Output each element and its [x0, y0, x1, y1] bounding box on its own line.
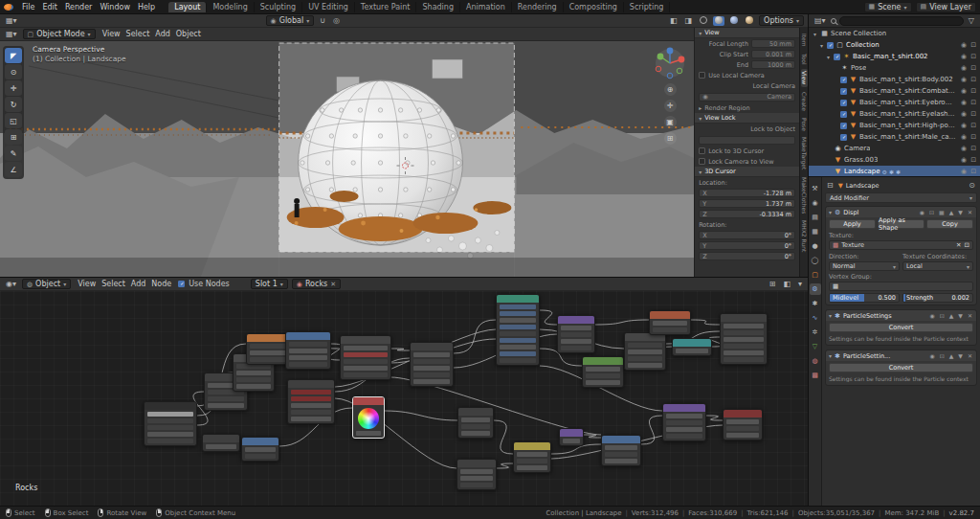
close-icon[interactable]: ✕: [967, 352, 973, 359]
workspace-tab-compositing[interactable]: Compositing: [564, 2, 624, 12]
material-properties-tab-icon[interactable]: ◍: [810, 355, 821, 367]
rotate-tool[interactable]: ↻: [5, 97, 22, 112]
clip-end-field[interactable]: 1000 m: [751, 60, 795, 69]
scene-properties-tab-icon[interactable]: ●: [810, 240, 821, 252]
shader-node-24[interactable]: [720, 313, 768, 365]
outliner-row-basic-man-t-shirt-eyelashed1-00[interactable]: ▼Basic_man_t_shirt:Eyelashed1.00...◉⊡: [809, 108, 980, 120]
hide-render-camera-icon[interactable]: ⊡: [969, 156, 977, 164]
workspace-tab-animation[interactable]: Animation: [460, 2, 512, 12]
lock-to-object-field[interactable]: [699, 136, 795, 145]
node-menu-view[interactable]: View: [75, 280, 99, 288]
display-viewport-icon[interactable]: ⊡: [928, 209, 935, 215]
exclude-checkbox[interactable]: [840, 123, 847, 129]
hide-render-camera-icon[interactable]: ⊡: [969, 53, 977, 60]
shader-node-23[interactable]: [662, 403, 706, 441]
view-layer-selector[interactable]: ▤View Layer: [916, 2, 976, 12]
move-up-icon[interactable]: ▲: [948, 209, 955, 215]
outliner-row-collection[interactable]: ▾▢Collection◉⊡: [809, 39, 980, 51]
viewport-menu-view[interactable]: View: [100, 30, 123, 38]
hide-render-camera-icon[interactable]: ⊡: [969, 122, 977, 129]
world-properties-tab-icon[interactable]: ◯: [810, 255, 821, 266]
shader-node-5[interactable]: [202, 434, 240, 452]
hide-render-camera-icon[interactable]: ⊡: [969, 145, 977, 152]
shader-type-dropdown[interactable]: ◍Object▾: [22, 279, 71, 289]
display-edit-icon[interactable]: ▦: [938, 209, 946, 215]
disclosure-icon[interactable]: ▾: [825, 54, 832, 60]
pan-hand-icon[interactable]: ✛: [664, 100, 677, 112]
hide-viewport-eye-icon[interactable]: ◉: [960, 168, 968, 175]
modifiers-properties-tab-icon[interactable]: ⚙: [810, 283, 821, 295]
workspace-tab-scripting[interactable]: Scripting: [624, 2, 671, 12]
outliner-row-grass-003[interactable]: ▼Grass.003◉⊡: [809, 154, 980, 166]
display-viewport-icon[interactable]: ⊡: [939, 312, 946, 319]
exclude-checkbox[interactable]: [834, 54, 840, 60]
color-wheel[interactable]: [358, 408, 379, 429]
cursor-rx-field[interactable]: X0°: [699, 231, 795, 239]
shader-node-8[interactable]: [287, 379, 335, 424]
move-up-icon[interactable]: ▲: [948, 312, 955, 319]
shader-node-9[interactable]: [340, 335, 391, 380]
clip-start-field[interactable]: 0.001 m: [751, 50, 795, 58]
menu-help[interactable]: Help: [134, 3, 159, 11]
select-box-tool[interactable]: ◤: [5, 48, 22, 63]
display-render-icon[interactable]: ◉: [919, 209, 925, 215]
material-selector[interactable]: ◉Rocks✕: [292, 279, 341, 289]
use-nodes-checkbox[interactable]: [178, 281, 185, 287]
editor-type-icon-2[interactable]: ▦▾: [4, 30, 19, 38]
exclude-checkbox[interactable]: [840, 77, 847, 83]
shading-solid-icon[interactable]: [713, 16, 724, 26]
tool-properties-tab-icon[interactable]: ⚒: [810, 183, 821, 194]
cursor-x-field[interactable]: X-1.728 m: [699, 189, 795, 197]
apply-as-shape-button[interactable]: Apply as Shape: [878, 219, 924, 229]
shader-node-18[interactable]: [582, 356, 624, 388]
n-panel-tab-makeclothes[interactable]: MakeClothes: [801, 175, 808, 215]
shader-node-25[interactable]: [723, 409, 763, 440]
modifier-particles-2-header[interactable]: ▾✱ ParticleSettin... ◉ ⊡ ▲ ▼ ✕: [826, 350, 976, 361]
add-modifier-dropdown[interactable]: Add Modifier▾: [825, 192, 977, 203]
display-render-icon[interactable]: ◉: [928, 312, 935, 319]
render-region-subpanel[interactable]: Render Region: [704, 104, 795, 112]
move-up-icon[interactable]: ▲: [948, 352, 955, 359]
n-panel-tab-pose[interactable]: Pose: [801, 116, 808, 133]
node-menu-select[interactable]: Select: [99, 280, 128, 288]
outliner-row-basic-man-t-shirt-combatboots-0[interactable]: ▼Basic_man_t_shirt:Combatboots.0...◉⊡: [809, 85, 980, 97]
close-icon[interactable]: ✕: [967, 312, 973, 319]
disclosure-icon[interactable]: ▾: [812, 31, 818, 37]
node-editor-type-icon[interactable]: ◉▾: [4, 280, 18, 288]
hide-render-camera-icon[interactable]: ⊡: [969, 64, 977, 72]
navigation-gizmo[interactable]: [654, 47, 686, 79]
pin-icon[interactable]: ⊙: [967, 181, 977, 190]
overlays-toggle-icon[interactable]: ◧: [668, 16, 679, 25]
outliner-row-scene-collection[interactable]: ▾▦Scene Collection: [809, 28, 980, 39]
ortho-toggle-icon[interactable]: ⊞: [664, 132, 677, 145]
snap-node-icon[interactable]: ⊞: [768, 280, 778, 288]
viewport-canvas[interactable]: ▦▾ ▢Object Mode▾ ViewSelectAddObject: [0, 28, 694, 277]
outliner-row-basic-man-t-shirt-male-casualsui[interactable]: ▼Basic_man_t_shirt:Male_casualsui...◉⊡: [809, 131, 980, 143]
shader-node-14[interactable]: [496, 294, 540, 366]
shader-node-22[interactable]: [672, 338, 712, 356]
exclude-checkbox[interactable]: [840, 111, 847, 118]
hide-viewport-eye-icon[interactable]: ◉: [960, 76, 968, 83]
scene-3d[interactable]: Camera Perspective (1) Collection | Land…: [0, 41, 694, 277]
hide-render-camera-icon[interactable]: ⊡: [969, 168, 977, 175]
shader-node-7[interactable]: [285, 331, 331, 370]
workspace-tab-texture-paint[interactable]: Texture Paint: [355, 2, 417, 12]
menu-render[interactable]: Render: [61, 3, 96, 11]
shading-wireframe-icon[interactable]: [698, 16, 709, 26]
cursor-rz-field[interactable]: Z0°: [699, 252, 795, 260]
viewport-menu-object[interactable]: Object: [173, 30, 204, 38]
transform-orientation-dropdown[interactable]: ◉Global▾: [266, 15, 315, 26]
outliner-row-basic-man-t-shirt-body-002[interactable]: ▼Basic_man_t_shirt:Body.002◉⊡: [809, 74, 980, 85]
hide-viewport-eye-icon[interactable]: ◉: [960, 156, 968, 164]
cursor-section-header[interactable]: ▾3D Cursor: [695, 167, 799, 177]
shader-node-10[interactable]: [352, 396, 385, 439]
cursor-y-field[interactable]: Y1.737 m: [699, 199, 795, 208]
display-viewport-icon[interactable]: ⊡: [939, 352, 946, 359]
particles-properties-tab-icon[interactable]: ✱: [810, 298, 821, 309]
texture-new-icon[interactable]: ⊡: [965, 241, 969, 249]
direction-dropdown[interactable]: Normal▾: [829, 261, 900, 271]
hide-viewport-eye-icon[interactable]: ◉: [960, 122, 968, 129]
object-properties-tab-icon[interactable]: ▢: [810, 269, 821, 281]
exclude-checkbox[interactable]: [840, 88, 847, 95]
n-panel-tab-maketarget[interactable]: MakeTarget: [801, 135, 808, 171]
